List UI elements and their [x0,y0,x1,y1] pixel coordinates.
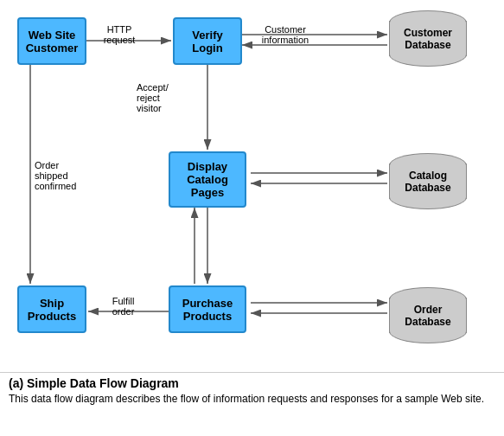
web-customer-box: Web SiteCustomer [17,17,86,65]
customer-database: CustomerDatabase [389,9,467,68]
ship-products-box: ShipProducts [17,285,86,333]
order-database: OrderDatabase [389,285,467,345]
order-shipped-label: Ordershippedconfirmed [35,160,91,191]
customer-info-label: Customer information [251,24,320,45]
accept-reject-label: Accept/rejectvisitor [137,82,193,113]
display-catalog-box: DisplayCatalogPages [169,151,246,208]
purchase-products-box: PurchaseProducts [169,285,246,333]
verify-login-box: VerifyLogin [173,17,242,65]
fulfill-order-label: Fulfillorder [95,296,151,317]
diagram-title: (a) Simple Data Flow Diagram [9,376,495,390]
http-request-label: HTTPrequest [93,24,145,45]
diagram-description: This data flow diagram describes the flo… [9,393,495,405]
catalog-database: CatalogDatabase [389,151,467,211]
diagram-area: Web SiteCustomer VerifyLogin DisplayCata… [0,0,504,372]
footer: (a) Simple Data Flow Diagram This data f… [0,372,504,408]
